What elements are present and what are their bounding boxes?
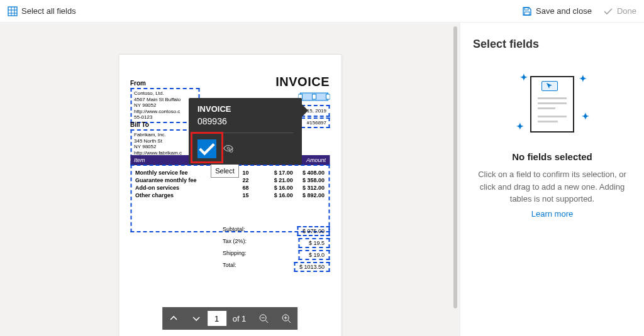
- subtotal-field[interactable]: $ 975.00: [297, 226, 330, 236]
- page-navigator: of 1: [162, 307, 298, 330]
- document-canvas[interactable]: From Contoso, Ltd. 4567 Main St Buffalo …: [0, 23, 460, 336]
- check-icon: [603, 6, 613, 16]
- chevron-down-icon: [192, 314, 201, 323]
- prev-page-button[interactable]: [162, 307, 185, 330]
- field-popover: INVOICE 089936: [189, 98, 302, 165]
- save-icon: [522, 6, 532, 16]
- svg-rect-9: [326, 94, 330, 99]
- next-page-button[interactable]: [185, 307, 208, 330]
- side-panel: Select fields ✦✦✦✦ No fields selected Cl…: [460, 23, 644, 336]
- panel-heading: Select fields: [473, 38, 631, 51]
- document-page[interactable]: From Contoso, Ltd. 4567 Main St Buffalo …: [118, 54, 341, 336]
- scrollbar[interactable]: [451, 23, 460, 336]
- svg-point-11: [227, 147, 230, 149]
- select-all-label: Select all fields: [21, 6, 76, 16]
- popover-value: 089936: [189, 116, 302, 133]
- confirm-field-button[interactable]: [197, 139, 216, 158]
- invoice-heading[interactable]: INVOICE: [275, 75, 330, 89]
- from-label: From: [130, 80, 199, 87]
- svg-line-17: [288, 320, 291, 323]
- topbar: Select all fields Save and close Done: [0, 0, 644, 23]
- select-all-fields-button[interactable]: Select all fields: [8, 6, 76, 16]
- grid-icon: [8, 6, 18, 16]
- tax-field[interactable]: $ 19.5: [298, 238, 330, 248]
- totals: Subtotal:$ 975.00 Tax (2%):$ 19.5 Shippi…: [223, 224, 330, 274]
- svg-rect-6: [525, 12, 530, 15]
- check-icon: [197, 139, 216, 158]
- zoom-in-icon: [281, 313, 291, 323]
- save-and-close-button[interactable]: Save and close: [522, 6, 592, 16]
- chevron-up-icon: [169, 314, 178, 323]
- table-row: Add-on services68$ 16.00$ 312.00: [135, 185, 325, 191]
- zoom-in-button[interactable]: [275, 307, 297, 330]
- popover-title: INVOICE: [189, 98, 302, 116]
- cursor-icon: [541, 81, 558, 91]
- empty-title: No fields selected: [473, 151, 631, 162]
- empty-illustration: ✦✦✦✦: [518, 76, 587, 139]
- svg-rect-10: [312, 94, 316, 99]
- page-input[interactable]: [208, 311, 226, 326]
- empty-body: Click on a field to confirm its selectio…: [473, 168, 631, 205]
- done-button: Done: [603, 6, 636, 16]
- svg-line-14: [265, 320, 268, 323]
- table-row: Guarantee monthly fee22$ 21.00$ 358.00: [135, 177, 325, 183]
- svg-rect-0: [8, 7, 17, 16]
- table-row: Other charges15$ 16.00$ 892.00: [135, 192, 325, 198]
- save-close-label: Save and close: [536, 6, 592, 16]
- zoom-out-button[interactable]: [252, 307, 275, 330]
- zoom-out-icon: [258, 313, 269, 323]
- shipping-field[interactable]: $ 19.0: [298, 250, 330, 260]
- total-field[interactable]: $ 1013.50: [294, 262, 330, 272]
- page-count: of 1: [226, 314, 253, 323]
- invoice-highlight-handles[interactable]: [298, 90, 330, 104]
- eye-gear-icon: [223, 143, 234, 154]
- view-options-button[interactable]: [223, 143, 234, 156]
- learn-more-link[interactable]: Learn more: [473, 209, 631, 219]
- done-label: Done: [617, 6, 636, 16]
- select-tooltip: Select: [211, 164, 239, 178]
